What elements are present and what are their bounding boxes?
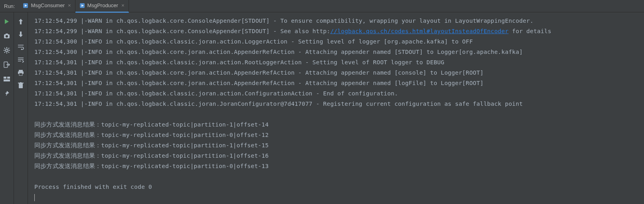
console-output[interactable]: 17:12:54,299 |-WARN in ch.qos.logback.co… <box>28 12 644 204</box>
print-icon[interactable] <box>17 69 24 76</box>
svg-rect-19 <box>7 77 10 79</box>
up-icon[interactable] <box>17 18 24 25</box>
console-line: 17:12:54,301 |-INFO in ch.qos.logback.co… <box>34 78 644 88</box>
run-label: Run: <box>0 3 19 9</box>
svg-line-13 <box>4 48 5 49</box>
console-line: 17:12:54,299 |-WARN in ch.qos.logback.co… <box>34 16 644 26</box>
run-icon[interactable] <box>3 18 10 25</box>
down-icon[interactable] <box>17 31 24 38</box>
tab-label: MsgConsumer <box>31 2 65 8</box>
svg-rect-20 <box>4 79 10 81</box>
svg-marker-4 <box>5 19 9 24</box>
run-toolbar-secondary <box>14 12 28 204</box>
close-icon[interactable]: × <box>121 2 125 8</box>
svg-rect-6 <box>6 34 8 35</box>
run-config-icon <box>23 3 28 8</box>
run-tabs: MsgConsumer×MsgProducer× <box>19 0 129 13</box>
caret <box>34 194 35 201</box>
svg-rect-24 <box>19 83 23 88</box>
scroll-to-end-icon[interactable] <box>17 56 24 63</box>
console-line: 同步方式发送消息结果：topic-my-replicated-topic|par… <box>34 151 644 161</box>
settings-icon[interactable] <box>3 47 10 54</box>
svg-point-7 <box>6 35 8 38</box>
console-line <box>34 171 644 182</box>
svg-line-16 <box>4 52 5 53</box>
console-line: 17:12:54,299 |-WARN in ch.qos.logback.co… <box>34 26 644 36</box>
svg-rect-18 <box>4 77 6 79</box>
svg-line-14 <box>8 52 9 53</box>
console-line: 17:12:54,301 |-INFO in ch.qos.logback.cl… <box>34 99 644 109</box>
run-tool-window-body: 17:12:54,299 |-WARN in ch.qos.logback.co… <box>0 12 644 204</box>
console-line: 同步方式发送消息结果：topic-my-replicated-topic|par… <box>34 119 644 130</box>
console-line <box>34 109 644 119</box>
soft-wrap-icon[interactable] <box>17 44 24 51</box>
console-line: 17:12:54,300 |-INFO in ch.qos.logback.co… <box>34 47 644 57</box>
trash-icon[interactable] <box>17 82 24 89</box>
run-tab-msgproducer[interactable]: MsgProducer× <box>75 0 129 13</box>
run-tab-msgconsumer[interactable]: MsgConsumer× <box>19 0 75 12</box>
svg-point-8 <box>6 49 8 51</box>
console-line: 17:12:54,301 |-INFO in ch.qos.logback.cl… <box>34 57 644 67</box>
svg-rect-21 <box>19 70 23 71</box>
console-line: 17:12:54,301 |-INFO in ch.qos.logback.co… <box>34 67 644 78</box>
console-line: 同步方式发送消息结果：topic-my-replicated-topic|par… <box>34 130 644 140</box>
run-toolbar-primary <box>0 12 14 204</box>
run-config-icon <box>79 3 85 8</box>
console-link[interactable]: //logback.qos.ch/codes.html#layoutInstea… <box>330 28 509 34</box>
console-caret-line <box>34 192 644 202</box>
console-line: Process finished with exit code 0 <box>34 182 644 192</box>
svg-line-15 <box>8 48 9 49</box>
close-icon[interactable]: × <box>68 2 71 8</box>
console-line: 17:12:54,301 |-INFO in ch.qos.logback.cl… <box>34 88 644 99</box>
svg-rect-23 <box>19 73 22 75</box>
camera-icon[interactable] <box>3 32 10 40</box>
run-tool-window-header: Run: MsgConsumer×MsgProducer× <box>0 0 644 12</box>
console-line: 同步方式发送消息结果：topic-my-replicated-topic|par… <box>34 161 644 171</box>
pin-icon[interactable] <box>3 90 10 97</box>
exit-icon[interactable] <box>3 61 10 68</box>
console-line: 同步方式发送消息结果：topic-my-replicated-topic|par… <box>34 140 644 151</box>
layout-icon[interactable] <box>3 75 10 83</box>
tab-label: MsgProducer <box>87 2 118 8</box>
svg-rect-26 <box>20 82 22 83</box>
console-line: 17:12:54,300 |-INFO in ch.qos.logback.cl… <box>34 36 644 47</box>
